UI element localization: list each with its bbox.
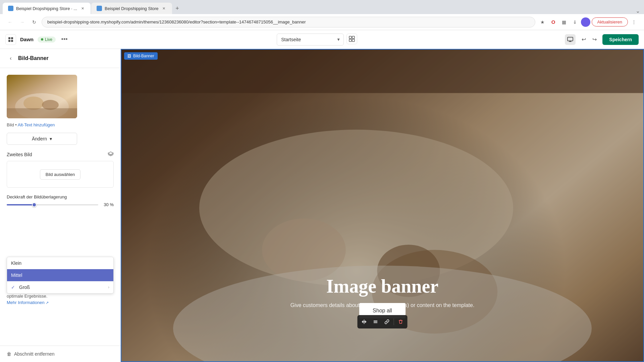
slider-track [7,204,98,205]
delete-section[interactable]: 🗑 Abschnitt entfernen [0,346,120,362]
dropdown-mittel[interactable]: Mittel [7,269,113,281]
tab-label-1: Beispiel Dropshipping Store · ... [16,6,77,11]
external-link-icon: ↗ [46,301,49,305]
undo-redo-group: ↩ ↪ [578,34,600,45]
dropdown-gross[interactable]: ✓ Groß › [7,281,113,293]
address-bar[interactable]: beispiel-dropshipping-store.myshopify.co… [42,17,535,27]
theme-name: Dawn [20,37,34,42]
bild-auswaehlen-button[interactable]: Bild auswählen [40,169,80,180]
address-text: beispiel-dropshipping-store.myshopify.co… [47,19,306,24]
toolbar-right: ↩ ↪ Speichern [565,34,639,45]
update-button[interactable]: Aktualisieren [592,17,628,26]
info-link[interactable]: Mehr Informationen ↗ [7,300,49,305]
banner-title: Image banner [326,276,438,297]
slider-row: 30 % [7,202,114,207]
tab-manage-button[interactable]: ⌄ [636,8,644,14]
svg-point-12 [42,100,59,110]
svg-point-11 [23,97,44,110]
section-view-toggle[interactable] [346,34,357,44]
user-avatar[interactable] [581,17,590,27]
tab-label-2: Beispiel Dropshipping Store [105,6,158,11]
page-select[interactable]: Startseite [277,34,344,46]
tab-close-2[interactable]: ✕ [161,6,167,11]
banner-section: 🖼 Bild-Banner Image banner Give customer… [121,49,644,362]
back-button[interactable]: ← [5,17,15,27]
extensions-button[interactable]: ▦ [559,17,569,27]
andern-label: Ändern [32,136,47,141]
tab-close-1[interactable]: ✕ [80,6,85,11]
banner-tool-align[interactable] [370,316,381,327]
banner-tool-delete[interactable] [395,316,406,327]
second-image-area: Bild auswählen [7,161,114,188]
browser-tabs: Beispiel Dropshipping Store · ... ✕ Beis… [0,0,644,14]
toolbar-center: Startseite ▼ [73,34,561,46]
banner-label-tag: 🖼 Bild-Banner [124,52,158,60]
svg-rect-6 [349,39,352,42]
tab-favicon-2 [97,6,102,11]
image-label: Bild • Alt-Text hinzufügen [7,122,114,127]
back-button[interactable]: ‹ [7,54,15,62]
svg-rect-7 [352,39,355,42]
chevron-down-icon: ▾ [50,136,52,141]
slider-value: 30 % [102,202,114,207]
image-preview [7,75,77,118]
banner-height-dropdown: Klein Mittel ✓ Groß › [7,257,114,294]
dropdown-arrow-icon: › [108,285,109,290]
svg-rect-8 [568,37,573,41]
browser-tab-1[interactable]: Beispiel Dropshipping Store · ... ✕ [3,3,91,14]
app-layout: Dawn Live ••• Startseite ▼ [0,30,644,362]
sidebar-title: Bild-Banner [18,55,49,61]
svg-rect-5 [352,36,355,39]
opera-icon[interactable]: O [549,17,558,27]
main-area: ‹ Bild-Banner [0,49,644,362]
svg-rect-9 [7,75,77,118]
image-preview-inner [7,75,77,118]
sidebar: ‹ Bild-Banner [0,49,121,362]
dropdown-mittel-label: Mittel [11,273,22,278]
slider-fill [7,204,34,205]
tab-favicon-1 [8,6,13,11]
preview-frame: 🖼 Bild-Banner Image banner Give customer… [121,49,644,362]
sidebar-content: Bild • Alt-Text hinzufügen Ändern ▾ Zwei… [0,68,120,346]
banner-tool-link[interactable] [382,316,392,327]
delete-label: Abschnitt entfernen [14,351,55,357]
save-button[interactable]: Speichern [602,34,639,45]
alt-text-link[interactable]: Alt-Text hinzufügen [18,122,55,127]
menu-button[interactable]: ⋮ [629,17,639,27]
banner-tool-move[interactable] [359,316,370,327]
page-select-wrapper: Startseite ▼ [277,34,344,46]
svg-rect-1 [11,37,13,39]
checkmark-icon: ✓ [11,285,15,290]
forward-button[interactable]: → [17,17,27,27]
banner-toolbar [358,315,408,328]
dropdown-klein-label: Klein [11,260,21,266]
bookmark-button[interactable]: ★ [538,17,547,27]
dropdown-klein[interactable]: Klein [7,257,113,269]
redo-button[interactable]: ↪ [589,34,600,45]
browser-chrome: Beispiel Dropshipping Store · ... ✕ Beis… [0,0,644,362]
slider-thumb[interactable] [32,202,37,207]
desktop-view-button[interactable] [565,34,576,45]
andern-button[interactable]: Ändern ▾ [7,133,77,145]
live-dot [41,38,43,41]
svg-rect-13 [7,108,77,118]
svg-rect-4 [349,36,352,39]
banner-tag-label: Bild-Banner [133,54,154,58]
svg-rect-2 [8,40,10,42]
live-badge: Live [38,37,56,43]
sidebar-header: ‹ Bild-Banner [0,49,120,68]
browser-tab-2[interactable]: Beispiel Dropshipping Store ✕ [91,3,172,14]
undo-button[interactable]: ↩ [578,34,589,45]
more-options-button[interactable]: ••• [60,35,69,44]
theme-home-button[interactable] [5,34,16,45]
downloads-button[interactable]: ⇓ [570,17,580,27]
new-tab-button[interactable]: + [173,4,182,13]
nav-actions: ★ O ▦ ⇓ Aktualisieren ⋮ [538,17,639,27]
svg-point-10 [15,93,69,118]
stacked-layers-icon [108,152,114,158]
zweites-bild-section: Zweites Bild [7,152,114,158]
toolbar-left: Dawn Live ••• [5,34,69,45]
reload-button[interactable]: ↻ [30,17,39,27]
svg-rect-0 [8,37,10,39]
dropdown-gross-label: Groß [19,285,30,290]
